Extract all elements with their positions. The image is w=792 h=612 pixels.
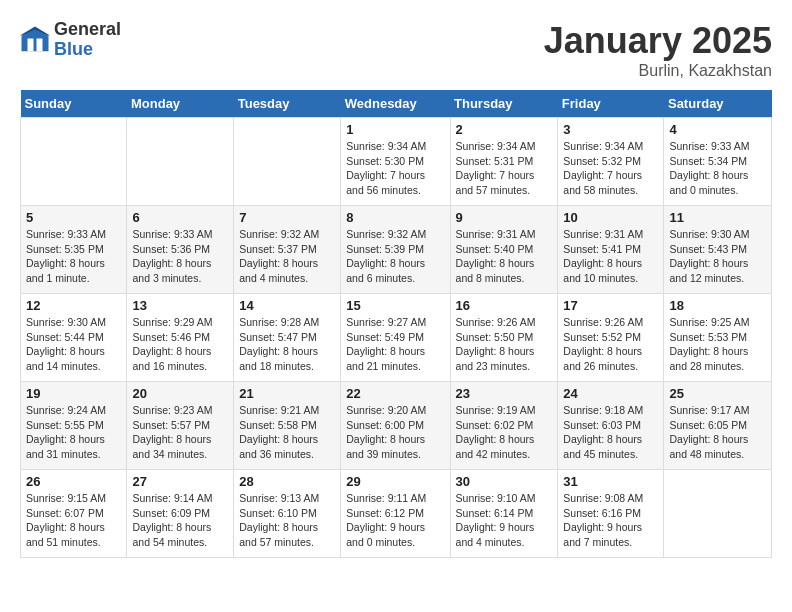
day-number: 13 xyxy=(132,298,228,313)
day-info: Sunrise: 9:26 AMSunset: 5:52 PMDaylight:… xyxy=(563,315,658,374)
day-info: Sunrise: 9:18 AMSunset: 6:03 PMDaylight:… xyxy=(563,403,658,462)
day-info: Sunrise: 9:28 AMSunset: 5:47 PMDaylight:… xyxy=(239,315,335,374)
day-number: 11 xyxy=(669,210,766,225)
day-number: 16 xyxy=(456,298,553,313)
day-number: 14 xyxy=(239,298,335,313)
title-block: January 2025 Burlin, Kazakhstan xyxy=(544,20,772,80)
day-info: Sunrise: 9:19 AMSunset: 6:02 PMDaylight:… xyxy=(456,403,553,462)
calendar-cell: 15 Sunrise: 9:27 AMSunset: 5:49 PMDaylig… xyxy=(341,294,450,382)
calendar-cell: 21 Sunrise: 9:21 AMSunset: 5:58 PMDaylig… xyxy=(234,382,341,470)
header-thursday: Thursday xyxy=(450,90,558,118)
calendar-cell: 19 Sunrise: 9:24 AMSunset: 5:55 PMDaylig… xyxy=(21,382,127,470)
day-info: Sunrise: 9:13 AMSunset: 6:10 PMDaylight:… xyxy=(239,491,335,550)
page-header: General Blue January 2025 Burlin, Kazakh… xyxy=(20,20,772,80)
day-info: Sunrise: 9:30 AMSunset: 5:43 PMDaylight:… xyxy=(669,227,766,286)
calendar-cell: 10 Sunrise: 9:31 AMSunset: 5:41 PMDaylig… xyxy=(558,206,664,294)
day-info: Sunrise: 9:32 AMSunset: 5:39 PMDaylight:… xyxy=(346,227,444,286)
header-sunday: Sunday xyxy=(21,90,127,118)
day-info: Sunrise: 9:17 AMSunset: 6:05 PMDaylight:… xyxy=(669,403,766,462)
calendar-cell: 16 Sunrise: 9:26 AMSunset: 5:50 PMDaylig… xyxy=(450,294,558,382)
day-info: Sunrise: 9:33 AMSunset: 5:35 PMDaylight:… xyxy=(26,227,121,286)
day-info: Sunrise: 9:30 AMSunset: 5:44 PMDaylight:… xyxy=(26,315,121,374)
day-number: 19 xyxy=(26,386,121,401)
day-number: 7 xyxy=(239,210,335,225)
calendar-cell: 27 Sunrise: 9:14 AMSunset: 6:09 PMDaylig… xyxy=(127,470,234,558)
calendar-cell: 20 Sunrise: 9:23 AMSunset: 5:57 PMDaylig… xyxy=(127,382,234,470)
calendar-cell: 25 Sunrise: 9:17 AMSunset: 6:05 PMDaylig… xyxy=(664,382,772,470)
day-number: 23 xyxy=(456,386,553,401)
day-number: 2 xyxy=(456,122,553,137)
calendar-cell: 22 Sunrise: 9:20 AMSunset: 6:00 PMDaylig… xyxy=(341,382,450,470)
day-info: Sunrise: 9:24 AMSunset: 5:55 PMDaylight:… xyxy=(26,403,121,462)
calendar-title: January 2025 xyxy=(544,20,772,62)
calendar-subtitle: Burlin, Kazakhstan xyxy=(544,62,772,80)
day-info: Sunrise: 9:10 AMSunset: 6:14 PMDaylight:… xyxy=(456,491,553,550)
day-number: 9 xyxy=(456,210,553,225)
day-info: Sunrise: 9:31 AMSunset: 5:41 PMDaylight:… xyxy=(563,227,658,286)
calendar-cell: 17 Sunrise: 9:26 AMSunset: 5:52 PMDaylig… xyxy=(558,294,664,382)
day-info: Sunrise: 9:25 AMSunset: 5:53 PMDaylight:… xyxy=(669,315,766,374)
calendar-cell: 18 Sunrise: 9:25 AMSunset: 5:53 PMDaylig… xyxy=(664,294,772,382)
calendar-week-row: 12 Sunrise: 9:30 AMSunset: 5:44 PMDaylig… xyxy=(21,294,772,382)
calendar-cell: 9 Sunrise: 9:31 AMSunset: 5:40 PMDayligh… xyxy=(450,206,558,294)
day-number: 6 xyxy=(132,210,228,225)
calendar-cell xyxy=(664,470,772,558)
day-info: Sunrise: 9:11 AMSunset: 6:12 PMDaylight:… xyxy=(346,491,444,550)
calendar-cell: 14 Sunrise: 9:28 AMSunset: 5:47 PMDaylig… xyxy=(234,294,341,382)
day-info: Sunrise: 9:20 AMSunset: 6:00 PMDaylight:… xyxy=(346,403,444,462)
day-number: 21 xyxy=(239,386,335,401)
logo: General Blue xyxy=(20,20,121,60)
calendar-cell: 31 Sunrise: 9:08 AMSunset: 6:16 PMDaylig… xyxy=(558,470,664,558)
logo-icon xyxy=(20,25,50,55)
day-number: 18 xyxy=(669,298,766,313)
day-number: 12 xyxy=(26,298,121,313)
calendar-cell xyxy=(234,118,341,206)
calendar-cell: 8 Sunrise: 9:32 AMSunset: 5:39 PMDayligh… xyxy=(341,206,450,294)
day-number: 3 xyxy=(563,122,658,137)
calendar-week-row: 5 Sunrise: 9:33 AMSunset: 5:35 PMDayligh… xyxy=(21,206,772,294)
header-saturday: Saturday xyxy=(664,90,772,118)
calendar-cell xyxy=(21,118,127,206)
day-info: Sunrise: 9:34 AMSunset: 5:30 PMDaylight:… xyxy=(346,139,444,198)
day-number: 27 xyxy=(132,474,228,489)
calendar-cell: 23 Sunrise: 9:19 AMSunset: 6:02 PMDaylig… xyxy=(450,382,558,470)
day-number: 5 xyxy=(26,210,121,225)
day-number: 25 xyxy=(669,386,766,401)
day-info: Sunrise: 9:26 AMSunset: 5:50 PMDaylight:… xyxy=(456,315,553,374)
day-number: 4 xyxy=(669,122,766,137)
day-info: Sunrise: 9:23 AMSunset: 5:57 PMDaylight:… xyxy=(132,403,228,462)
day-info: Sunrise: 9:08 AMSunset: 6:16 PMDaylight:… xyxy=(563,491,658,550)
calendar-cell: 4 Sunrise: 9:33 AMSunset: 5:34 PMDayligh… xyxy=(664,118,772,206)
day-info: Sunrise: 9:29 AMSunset: 5:46 PMDaylight:… xyxy=(132,315,228,374)
day-info: Sunrise: 9:34 AMSunset: 5:31 PMDaylight:… xyxy=(456,139,553,198)
svg-rect-2 xyxy=(28,38,34,51)
logo-general: General xyxy=(54,20,121,40)
day-number: 29 xyxy=(346,474,444,489)
day-number: 26 xyxy=(26,474,121,489)
calendar-cell: 13 Sunrise: 9:29 AMSunset: 5:46 PMDaylig… xyxy=(127,294,234,382)
day-number: 31 xyxy=(563,474,658,489)
calendar-cell: 3 Sunrise: 9:34 AMSunset: 5:32 PMDayligh… xyxy=(558,118,664,206)
day-number: 30 xyxy=(456,474,553,489)
header-wednesday: Wednesday xyxy=(341,90,450,118)
svg-marker-0 xyxy=(22,29,49,52)
calendar-week-row: 26 Sunrise: 9:15 AMSunset: 6:07 PMDaylig… xyxy=(21,470,772,558)
day-info: Sunrise: 9:32 AMSunset: 5:37 PMDaylight:… xyxy=(239,227,335,286)
calendar-cell: 29 Sunrise: 9:11 AMSunset: 6:12 PMDaylig… xyxy=(341,470,450,558)
svg-rect-3 xyxy=(37,38,43,51)
calendar-cell: 5 Sunrise: 9:33 AMSunset: 5:35 PMDayligh… xyxy=(21,206,127,294)
day-info: Sunrise: 9:33 AMSunset: 5:34 PMDaylight:… xyxy=(669,139,766,198)
day-info: Sunrise: 9:27 AMSunset: 5:49 PMDaylight:… xyxy=(346,315,444,374)
day-info: Sunrise: 9:15 AMSunset: 6:07 PMDaylight:… xyxy=(26,491,121,550)
header-monday: Monday xyxy=(127,90,234,118)
calendar-cell: 12 Sunrise: 9:30 AMSunset: 5:44 PMDaylig… xyxy=(21,294,127,382)
day-number: 20 xyxy=(132,386,228,401)
calendar-table: Sunday Monday Tuesday Wednesday Thursday… xyxy=(20,90,772,558)
day-number: 24 xyxy=(563,386,658,401)
calendar-week-row: 19 Sunrise: 9:24 AMSunset: 5:55 PMDaylig… xyxy=(21,382,772,470)
calendar-cell: 28 Sunrise: 9:13 AMSunset: 6:10 PMDaylig… xyxy=(234,470,341,558)
header-friday: Friday xyxy=(558,90,664,118)
calendar-cell xyxy=(127,118,234,206)
calendar-cell: 6 Sunrise: 9:33 AMSunset: 5:36 PMDayligh… xyxy=(127,206,234,294)
day-number: 8 xyxy=(346,210,444,225)
